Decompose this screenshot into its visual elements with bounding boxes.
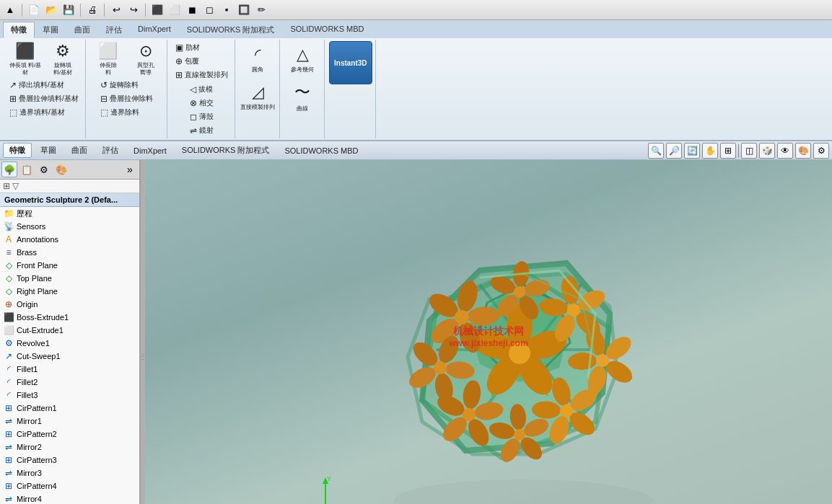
tab-feature[interactable]: 特徵 [3,22,35,38]
menu-eval[interactable]: 評估 [96,143,125,158]
print-icon[interactable]: 🖨 [85,3,100,17]
tree-item[interactable]: AAnnotations [0,233,139,246]
tab-eval[interactable]: 評估 [98,22,130,38]
box-view-icon[interactable]: ⬛ [150,3,165,17]
menu-surface[interactable]: 曲面 [65,143,94,158]
tree-item-label: Mirror1 [17,417,136,425]
appearance-icon[interactable]: 🎨 [795,143,811,159]
hide-components-icon[interactable]: 👁 [777,143,793,159]
tab-mbd[interactable]: SOLIDWORKS MBD [282,22,372,38]
tree-item[interactable]: ◜Fillet3 [0,389,139,402]
revolve-cut-button[interactable]: ↺ 旋轉除料 [97,79,157,92]
loft-cut-button[interactable]: ⊟ 疊層拉伸除料 [97,92,157,105]
menu-mbd[interactable]: SOLIDWORKS MBD [278,144,364,157]
tree-item-label: CirPattern2 [17,430,136,438]
undo-icon[interactable]: ↩ [109,3,123,17]
menu-addins[interactable]: SOLIDWORKS 附加程式 [175,143,276,158]
tree-item-label: Mirror2 [17,443,136,451]
loft-boss-button[interactable]: ⊞ 疊層拉伸填料/基材 [6,92,82,105]
tree-item[interactable]: ⬛Boss-Extrude1 [0,311,139,324]
feature-tree[interactable]: 📁歷程📡SensorsAAnnotations≡Brass◇Front Plan… [0,207,139,504]
box-wireframe-icon[interactable]: ⬜ [167,3,182,17]
arrow-up-icon[interactable]: ▲ [3,3,17,17]
draft-button[interactable]: ◁ 拔模 [186,83,217,96]
revolve-boss-button[interactable]: ⚙ 旋轉填料/基材 [45,41,81,77]
feature-tree-tab[interactable]: 🌳 [1,162,17,177]
tree-item[interactable]: ⇌Mirror3 [0,467,139,479]
zoom-to-fit-icon[interactable]: 🔍 [648,143,664,159]
new-file-icon[interactable]: 📄 [27,3,41,17]
tree-item[interactable]: 📡Sensors [0,220,139,233]
rib-button[interactable]: ▣ 肋材 [172,41,232,54]
tree-item[interactable]: 📁歷程 [0,207,139,220]
mirror-button[interactable]: ⇌ 鏡射 [186,124,217,137]
tree-item[interactable]: ◇Top Plane [0,272,139,285]
reference-button[interactable]: △ 參考幾何 [284,41,320,77]
open-file-icon[interactable]: 📂 [44,3,58,17]
hole-wizard-button[interactable]: ⊙ 異型孔嚮導 [128,41,164,77]
cut-extrude-button[interactable]: ⬜ 伸長除料 [90,41,126,77]
tab-sketch[interactable]: 草圖 [35,22,66,38]
expand-panel-button[interactable]: » [122,162,138,177]
cut-extrude-label: 伸長除料 [100,62,117,76]
boundary-cut-button[interactable]: ⬚ 邊界除料 [97,106,157,119]
menu-sketch[interactable]: 草圖 [34,143,63,158]
tree-item[interactable]: ◜Fillet2 [0,376,139,389]
tree-item[interactable]: ◇Front Plane [0,259,139,272]
zoom-in-icon[interactable]: 🔎 [666,143,682,159]
fillet-button[interactable]: ◜ 圓角 [240,41,276,77]
top-toolbar: ▲ 📄 📂 💾 🖨 ↩ ↪ ⬛ ⬜ ◼ ◻ ▪ 🔲 ✏ [0,0,832,20]
property-tab[interactable]: 📋 [19,162,35,177]
box-section-icon[interactable]: ▪ [219,3,234,17]
display-tab[interactable]: 🎨 [53,162,69,177]
tree-item[interactable]: ⊞CirPattern4 [0,479,139,492]
intersect-button[interactable]: ⊗ 相交 [186,97,217,110]
tree-item[interactable]: ◜Fillet1 [0,363,139,376]
shell-icon: ◻ [190,112,197,122]
boundary-boss-button[interactable]: ⬚ 邊界填料/基材 [6,106,82,119]
tree-item[interactable]: ⊞CirPattern1 [0,402,139,415]
settings-icon[interactable]: ⚙ [813,143,829,159]
box-shaded-icon[interactable]: ◼ [185,3,199,17]
intersect-icon: ⊗ [190,98,197,108]
curves-button[interactable]: 〜 曲線 [284,79,320,115]
tree-item[interactable]: ⊞CirPattern3 [0,454,139,467]
tab-dimxpert[interactable]: DimXpert [130,22,179,38]
reference-icon: △ [297,45,309,64]
tree-item[interactable]: ⇌Mirror2 [0,441,139,454]
tree-item[interactable]: ↗Cut-Sweep1 [0,350,139,363]
tree-item[interactable]: ◇Right Plane [0,285,139,298]
standard-views-icon[interactable]: ⊞ [720,143,736,159]
shell-button[interactable]: ◻ 薄殼 [186,110,217,123]
save-file-icon[interactable]: 💾 [61,3,76,17]
tree-item[interactable]: ≡Brass [0,246,139,259]
boss-extrude-button[interactable]: ⬛ 伸長填 料/基材 [7,41,43,77]
chamfer-button[interactable]: ◿ 直接模製排列 [240,79,276,115]
box-hidden-icon[interactable]: ◻ [202,3,216,17]
swept-boss-button[interactable]: ↗ 掃出填料/基材 [6,79,82,92]
sketch-pen-icon[interactable]: ✏ [254,3,268,17]
tree-item[interactable]: ⇌Mirror4 [0,492,139,504]
tree-item[interactable]: ⬜Cut-Extrude1 [0,324,139,337]
tree-item[interactable]: ⇌Mirror1 [0,415,139,428]
tab-surface[interactable]: 曲面 [66,22,98,38]
separator [145,4,146,17]
tab-addins[interactable]: SOLIDWORKS 附加程式 [179,22,283,38]
pattern-button[interactable]: ⊞ 直線複製排列 [172,68,232,81]
tree-item[interactable]: ⚙Revolve1 [0,337,139,350]
menu-dimxpert[interactable]: DimXpert [127,144,173,157]
viewport[interactable]: 机械设计技术网 www.jixiesheji.com Y X Z [145,160,832,504]
section-view-icon[interactable]: ◫ [741,143,757,159]
svg-point-11 [509,342,530,364]
instant3d-button[interactable]: Instant3D [329,41,372,84]
tree-item[interactable]: ⊞CirPattern2 [0,428,139,441]
3d-display-icon[interactable]: 🎲 [759,143,775,159]
pan-view-icon[interactable]: ✋ [702,143,718,159]
tree-item[interactable]: ⊕Origin [0,298,139,311]
wrap-button[interactable]: ⊕ 包覆 [172,55,232,68]
redo-icon[interactable]: ↪ [126,3,141,17]
rotate-view-icon[interactable]: 🔄 [684,143,700,159]
perspective-icon[interactable]: 🔲 [237,3,251,17]
menu-feature[interactable]: 特徵 [3,143,32,158]
config-tab[interactable]: ⚙ [36,162,52,177]
